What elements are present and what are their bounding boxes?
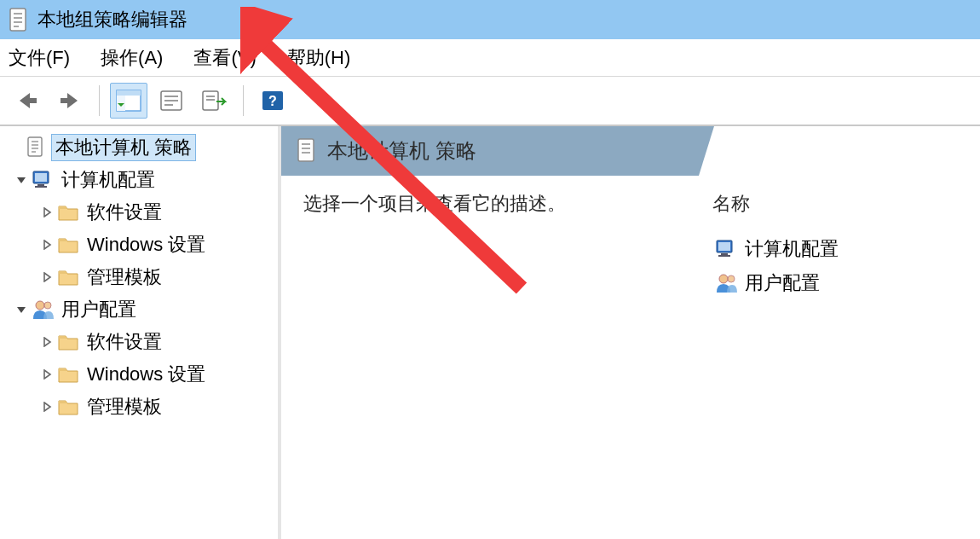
svg-point-30 <box>44 302 51 309</box>
toolbar-separator <box>99 85 100 116</box>
user-icon <box>712 272 740 294</box>
tree-item[interactable]: 软件设置 <box>5 326 274 358</box>
chevron-down-icon[interactable] <box>12 175 31 185</box>
svg-point-29 <box>36 301 44 310</box>
folder-icon <box>56 333 80 351</box>
user-icon <box>31 298 55 321</box>
show-hide-tree-button[interactable] <box>110 83 147 119</box>
column-header-name[interactable]: 名称 <box>712 191 966 217</box>
detail-pane: 本地计算机 策略 选择一个项目来查看它的描述。 名称 计算机配置用户配置 <box>281 126 980 539</box>
tree-item-label: 用户配置 <box>58 297 140 322</box>
detail-body: 选择一个项目来查看它的描述。 名称 计算机配置用户配置 <box>281 176 980 539</box>
properties-icon <box>159 90 183 112</box>
svg-rect-31 <box>298 139 314 161</box>
menubar: 文件(F) 操作(A) 查看(V) 帮助(H) <box>0 39 980 77</box>
chevron-right-icon[interactable] <box>37 369 56 380</box>
svg-point-39 <box>719 275 728 283</box>
chevron-right-icon[interactable] <box>37 240 56 250</box>
tree-item-label: Windows 设置 <box>84 232 209 258</box>
tree-item-label: 管理模板 <box>84 394 165 420</box>
menu-action[interactable]: 操作(A) <box>101 45 163 71</box>
tree-item[interactable]: 管理模板 <box>5 391 274 423</box>
chevron-down-icon[interactable] <box>12 304 31 315</box>
tree-item-label: 计算机配置 <box>58 167 159 193</box>
chevron-right-icon[interactable] <box>37 337 56 347</box>
policy-icon <box>24 136 48 159</box>
tree-item-label: 软件设置 <box>84 200 165 225</box>
list-item-label: 计算机配置 <box>745 236 839 262</box>
menu-file[interactable]: 文件(F) <box>9 45 70 71</box>
tree-pane: 本地计算机 策略计算机配置软件设置Windows 设置管理模板用户配置软件设置W… <box>0 126 281 539</box>
detail-description: 选择一个项目来查看它的描述。 <box>303 191 712 539</box>
nav-forward-button[interactable] <box>51 83 89 119</box>
properties-button[interactable] <box>153 83 190 119</box>
svg-rect-15 <box>203 91 218 110</box>
folder-icon <box>56 235 80 254</box>
folder-icon <box>56 203 80 222</box>
detail-list: 名称 计算机配置用户配置 <box>712 191 966 539</box>
chevron-right-icon[interactable] <box>37 402 56 412</box>
content-area: 本地计算机 策略计算机配置软件设置Windows 设置管理模板用户配置软件设置W… <box>0 126 980 539</box>
folder-icon <box>56 268 80 287</box>
svg-rect-37 <box>721 253 728 255</box>
tree-item[interactable]: 本地计算机 策略 <box>5 131 274 164</box>
toolbar: ? <box>0 77 980 126</box>
folder-icon <box>56 365 80 384</box>
svg-rect-38 <box>718 255 730 257</box>
computer-icon <box>712 239 740 259</box>
svg-rect-27 <box>37 184 44 186</box>
svg-rect-0 <box>10 9 26 31</box>
tree-item[interactable]: 软件设置 <box>5 196 274 229</box>
computer-icon <box>31 170 55 190</box>
svg-text:?: ? <box>268 94 277 108</box>
tree-item[interactable]: Windows 设置 <box>5 358 274 391</box>
tree-item-label: 管理模板 <box>84 264 165 290</box>
export-list-button[interactable] <box>195 83 233 119</box>
svg-point-40 <box>728 275 735 282</box>
svg-rect-26 <box>35 173 47 182</box>
list-item[interactable]: 计算机配置 <box>712 232 966 266</box>
app-icon <box>9 8 29 32</box>
tree-item[interactable]: 计算机配置 <box>5 164 274 196</box>
tree-item-label: 本地计算机 策略 <box>51 134 196 161</box>
svg-rect-20 <box>28 137 42 156</box>
title-bar: 本地组策略编辑器 <box>0 0 980 39</box>
svg-rect-36 <box>718 242 730 251</box>
tree-item[interactable]: 用户配置 <box>5 293 274 326</box>
detail-title: 本地计算机 策略 <box>327 137 476 165</box>
svg-rect-5 <box>28 98 37 103</box>
folder-icon <box>56 397 80 416</box>
svg-rect-28 <box>35 186 47 188</box>
svg-rect-6 <box>61 98 69 103</box>
tree-item[interactable]: 管理模板 <box>5 261 274 293</box>
help-icon: ? <box>261 90 285 112</box>
tree-pane-icon <box>116 90 141 112</box>
arrow-right-icon <box>57 90 83 111</box>
menu-help[interactable]: 帮助(H) <box>287 45 351 71</box>
policy-icon <box>297 138 317 164</box>
list-item-label: 用户配置 <box>745 270 820 296</box>
tree-item-label: 软件设置 <box>84 329 165 355</box>
toolbar-separator <box>243 85 244 116</box>
nav-back-button[interactable] <box>9 83 46 119</box>
svg-rect-8 <box>117 90 141 96</box>
detail-header: 本地计算机 策略 <box>281 126 980 176</box>
menu-view[interactable]: 查看(V) <box>193 45 256 71</box>
help-button[interactable]: ? <box>254 83 291 119</box>
tree-item[interactable]: Windows 设置 <box>5 229 274 261</box>
chevron-right-icon[interactable] <box>37 207 56 217</box>
arrow-left-icon <box>14 90 40 111</box>
list-item[interactable]: 用户配置 <box>712 266 966 300</box>
tree-item-label: Windows 设置 <box>84 362 209 387</box>
export-icon <box>201 90 227 112</box>
window-title: 本地组策略编辑器 <box>37 7 187 32</box>
chevron-right-icon[interactable] <box>37 272 56 282</box>
